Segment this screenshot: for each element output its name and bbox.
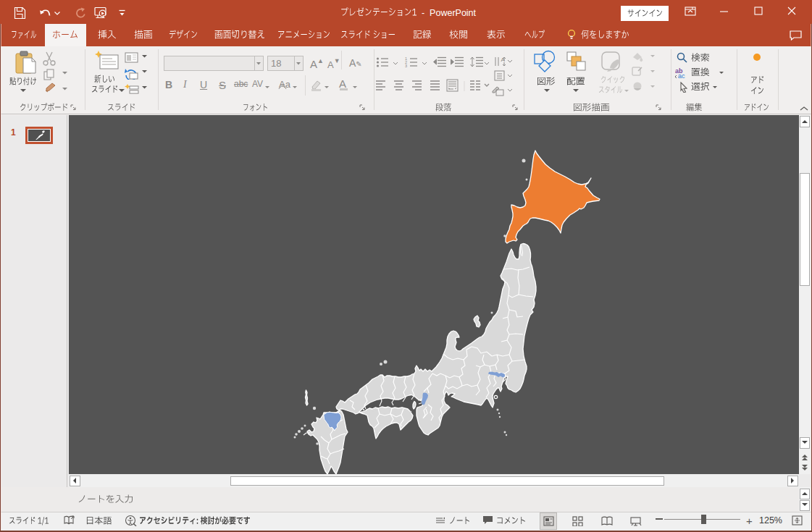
svg-text:A: A <box>501 56 506 63</box>
svg-text:3: 3 <box>405 64 407 68</box>
svg-text:ac: ac <box>678 72 685 79</box>
